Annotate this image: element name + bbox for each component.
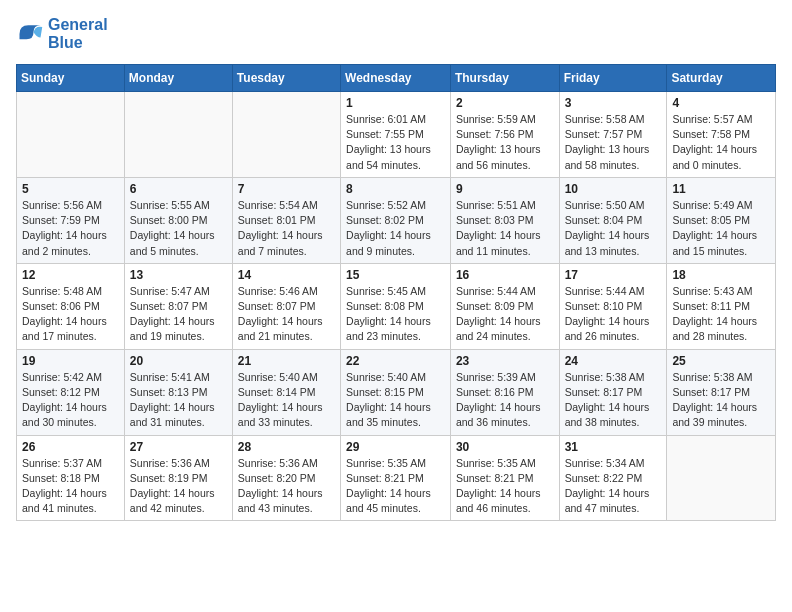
day-number: 23	[456, 354, 554, 368]
day-number: 26	[22, 440, 119, 454]
weekday-header-row: SundayMondayTuesdayWednesdayThursdayFrid…	[17, 65, 776, 92]
day-info: Sunrise: 5:57 AMSunset: 7:58 PMDaylight:…	[672, 112, 770, 173]
day-cell: 19Sunrise: 5:42 AMSunset: 8:12 PMDayligh…	[17, 349, 125, 435]
day-info: Sunrise: 5:37 AMSunset: 8:18 PMDaylight:…	[22, 456, 119, 517]
day-number: 5	[22, 182, 119, 196]
day-number: 25	[672, 354, 770, 368]
day-info: Sunrise: 5:38 AMSunset: 8:17 PMDaylight:…	[672, 370, 770, 431]
day-cell: 23Sunrise: 5:39 AMSunset: 8:16 PMDayligh…	[450, 349, 559, 435]
day-cell: 27Sunrise: 5:36 AMSunset: 8:19 PMDayligh…	[124, 435, 232, 521]
day-info: Sunrise: 5:40 AMSunset: 8:14 PMDaylight:…	[238, 370, 335, 431]
day-cell: 4Sunrise: 5:57 AMSunset: 7:58 PMDaylight…	[667, 92, 776, 178]
day-cell: 8Sunrise: 5:52 AMSunset: 8:02 PMDaylight…	[341, 177, 451, 263]
day-number: 14	[238, 268, 335, 282]
day-cell: 16Sunrise: 5:44 AMSunset: 8:09 PMDayligh…	[450, 263, 559, 349]
day-number: 9	[456, 182, 554, 196]
day-number: 19	[22, 354, 119, 368]
day-info: Sunrise: 5:48 AMSunset: 8:06 PMDaylight:…	[22, 284, 119, 345]
day-info: Sunrise: 6:01 AMSunset: 7:55 PMDaylight:…	[346, 112, 445, 173]
day-number: 29	[346, 440, 445, 454]
day-number: 11	[672, 182, 770, 196]
day-info: Sunrise: 5:40 AMSunset: 8:15 PMDaylight:…	[346, 370, 445, 431]
day-info: Sunrise: 5:36 AMSunset: 8:19 PMDaylight:…	[130, 456, 227, 517]
day-cell: 22Sunrise: 5:40 AMSunset: 8:15 PMDayligh…	[341, 349, 451, 435]
day-cell: 1Sunrise: 6:01 AMSunset: 7:55 PMDaylight…	[341, 92, 451, 178]
day-info: Sunrise: 5:45 AMSunset: 8:08 PMDaylight:…	[346, 284, 445, 345]
day-info: Sunrise: 5:54 AMSunset: 8:01 PMDaylight:…	[238, 198, 335, 259]
day-cell: 7Sunrise: 5:54 AMSunset: 8:01 PMDaylight…	[232, 177, 340, 263]
day-info: Sunrise: 5:55 AMSunset: 8:00 PMDaylight:…	[130, 198, 227, 259]
calendar-table: SundayMondayTuesdayWednesdayThursdayFrid…	[16, 64, 776, 521]
weekday-tuesday: Tuesday	[232, 65, 340, 92]
day-number: 18	[672, 268, 770, 282]
day-cell: 29Sunrise: 5:35 AMSunset: 8:21 PMDayligh…	[341, 435, 451, 521]
day-number: 22	[346, 354, 445, 368]
day-cell: 2Sunrise: 5:59 AMSunset: 7:56 PMDaylight…	[450, 92, 559, 178]
day-cell: 9Sunrise: 5:51 AMSunset: 8:03 PMDaylight…	[450, 177, 559, 263]
calendar-body: 1Sunrise: 6:01 AMSunset: 7:55 PMDaylight…	[17, 92, 776, 521]
day-number: 4	[672, 96, 770, 110]
day-cell: 17Sunrise: 5:44 AMSunset: 8:10 PMDayligh…	[559, 263, 667, 349]
day-cell: 24Sunrise: 5:38 AMSunset: 8:17 PMDayligh…	[559, 349, 667, 435]
day-cell	[667, 435, 776, 521]
day-number: 12	[22, 268, 119, 282]
day-info: Sunrise: 5:58 AMSunset: 7:57 PMDaylight:…	[565, 112, 662, 173]
day-cell: 12Sunrise: 5:48 AMSunset: 8:06 PMDayligh…	[17, 263, 125, 349]
week-row-5: 26Sunrise: 5:37 AMSunset: 8:18 PMDayligh…	[17, 435, 776, 521]
day-info: Sunrise: 5:50 AMSunset: 8:04 PMDaylight:…	[565, 198, 662, 259]
week-row-1: 1Sunrise: 6:01 AMSunset: 7:55 PMDaylight…	[17, 92, 776, 178]
day-info: Sunrise: 5:39 AMSunset: 8:16 PMDaylight:…	[456, 370, 554, 431]
day-cell: 21Sunrise: 5:40 AMSunset: 8:14 PMDayligh…	[232, 349, 340, 435]
day-cell: 26Sunrise: 5:37 AMSunset: 8:18 PMDayligh…	[17, 435, 125, 521]
weekday-friday: Friday	[559, 65, 667, 92]
page-header: General Blue	[16, 16, 776, 52]
day-cell	[17, 92, 125, 178]
day-info: Sunrise: 5:46 AMSunset: 8:07 PMDaylight:…	[238, 284, 335, 345]
day-number: 24	[565, 354, 662, 368]
day-number: 1	[346, 96, 445, 110]
day-cell: 20Sunrise: 5:41 AMSunset: 8:13 PMDayligh…	[124, 349, 232, 435]
day-cell	[232, 92, 340, 178]
day-info: Sunrise: 5:49 AMSunset: 8:05 PMDaylight:…	[672, 198, 770, 259]
day-info: Sunrise: 5:34 AMSunset: 8:22 PMDaylight:…	[565, 456, 662, 517]
day-cell: 11Sunrise: 5:49 AMSunset: 8:05 PMDayligh…	[667, 177, 776, 263]
week-row-2: 5Sunrise: 5:56 AMSunset: 7:59 PMDaylight…	[17, 177, 776, 263]
day-number: 21	[238, 354, 335, 368]
logo: General Blue	[16, 16, 108, 52]
day-cell: 30Sunrise: 5:35 AMSunset: 8:21 PMDayligh…	[450, 435, 559, 521]
day-number: 13	[130, 268, 227, 282]
day-cell: 13Sunrise: 5:47 AMSunset: 8:07 PMDayligh…	[124, 263, 232, 349]
day-cell: 15Sunrise: 5:45 AMSunset: 8:08 PMDayligh…	[341, 263, 451, 349]
day-cell: 10Sunrise: 5:50 AMSunset: 8:04 PMDayligh…	[559, 177, 667, 263]
day-number: 2	[456, 96, 554, 110]
logo-icon	[16, 20, 44, 48]
day-number: 7	[238, 182, 335, 196]
logo-text: General Blue	[48, 16, 108, 52]
week-row-3: 12Sunrise: 5:48 AMSunset: 8:06 PMDayligh…	[17, 263, 776, 349]
day-info: Sunrise: 5:59 AMSunset: 7:56 PMDaylight:…	[456, 112, 554, 173]
day-number: 15	[346, 268, 445, 282]
day-cell: 25Sunrise: 5:38 AMSunset: 8:17 PMDayligh…	[667, 349, 776, 435]
day-number: 30	[456, 440, 554, 454]
weekday-thursday: Thursday	[450, 65, 559, 92]
weekday-monday: Monday	[124, 65, 232, 92]
day-number: 10	[565, 182, 662, 196]
day-cell: 3Sunrise: 5:58 AMSunset: 7:57 PMDaylight…	[559, 92, 667, 178]
day-number: 17	[565, 268, 662, 282]
day-number: 3	[565, 96, 662, 110]
day-number: 8	[346, 182, 445, 196]
week-row-4: 19Sunrise: 5:42 AMSunset: 8:12 PMDayligh…	[17, 349, 776, 435]
day-info: Sunrise: 5:51 AMSunset: 8:03 PMDaylight:…	[456, 198, 554, 259]
weekday-wednesday: Wednesday	[341, 65, 451, 92]
day-number: 31	[565, 440, 662, 454]
day-info: Sunrise: 5:44 AMSunset: 8:10 PMDaylight:…	[565, 284, 662, 345]
day-number: 20	[130, 354, 227, 368]
day-info: Sunrise: 5:35 AMSunset: 8:21 PMDaylight:…	[456, 456, 554, 517]
day-info: Sunrise: 5:47 AMSunset: 8:07 PMDaylight:…	[130, 284, 227, 345]
day-cell: 18Sunrise: 5:43 AMSunset: 8:11 PMDayligh…	[667, 263, 776, 349]
day-info: Sunrise: 5:35 AMSunset: 8:21 PMDaylight:…	[346, 456, 445, 517]
day-info: Sunrise: 5:36 AMSunset: 8:20 PMDaylight:…	[238, 456, 335, 517]
day-cell	[124, 92, 232, 178]
day-number: 27	[130, 440, 227, 454]
day-info: Sunrise: 5:41 AMSunset: 8:13 PMDaylight:…	[130, 370, 227, 431]
